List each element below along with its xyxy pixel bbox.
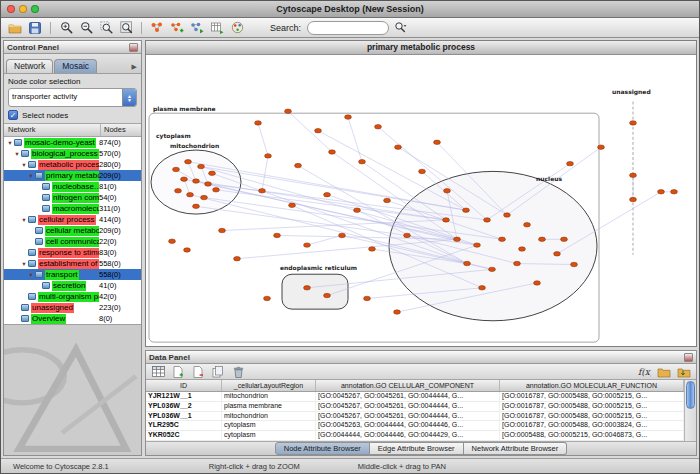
table-row[interactable]: YPL036W__2plasma membrane[GO:0045267, GO… [146,402,684,412]
zoom-selected-icon[interactable] [97,20,115,36]
tab-network-attribute-browser[interactable]: Network Attribute Browser [464,442,568,455]
graph-node[interactable] [187,192,194,196]
graph-node[interactable] [474,243,481,247]
trash-icon[interactable] [229,364,247,380]
tree-row[interactable]: ▼metabolic process280(0) [4,159,141,170]
graph-node[interactable] [184,248,191,252]
graph-node[interactable] [201,195,208,199]
tab-mosaic[interactable]: Mosaic [54,59,97,73]
graph-node[interactable] [463,208,470,212]
graph-node[interactable] [554,252,561,256]
graph-node[interactable] [345,115,352,119]
graph-node[interactable] [499,237,506,241]
graph-node[interactable] [524,223,531,227]
search-settings-icon[interactable] [391,20,409,36]
graph-node[interactable] [479,286,486,290]
close-window-button[interactable] [7,5,15,13]
graph-node[interactable] [181,177,188,181]
graph-node[interactable] [173,167,180,171]
graph-node[interactable] [504,213,511,217]
graph-node[interactable] [539,237,546,241]
graph-node[interactable] [234,256,241,260]
tree-row[interactable]: secretion41(0) [4,280,141,291]
graph-node[interactable] [443,218,450,222]
tree-row[interactable]: nitrogen compo...54(0) [4,192,141,203]
graph-node[interactable] [205,182,212,186]
table-row[interactable]: YJR121W__1mitochondrion[GO:0045267, GO:0… [146,392,684,402]
tree-row[interactable]: ▼establishment of lo...558(0) [4,258,141,269]
overview-thumbnail[interactable] [4,324,141,455]
graph-node[interactable] [185,159,192,163]
control-panel-float-icon[interactable] [129,43,138,52]
column-header[interactable]: annotation.GO CELLULAR_COMPONENT [316,380,500,391]
graph-node[interactable] [484,218,491,222]
delete-attribute-icon[interactable] [189,364,207,380]
search-input[interactable] [307,21,389,35]
tree-row[interactable]: nucleobase...81(0) [4,181,141,192]
tree-row[interactable]: unassigned223(0) [4,302,141,313]
graph-node[interactable] [315,128,322,132]
tree-row[interactable]: cellular metabo...209(0) [4,225,141,236]
zoom-out-icon[interactable] [77,20,95,36]
graph-node[interactable] [514,261,521,265]
graph-node[interactable] [534,281,541,285]
import-attributes-icon[interactable] [208,20,226,36]
zoom-in-icon[interactable] [57,20,75,36]
import-network-icon[interactable] [188,20,206,36]
function-builder-icon[interactable]: f(x) [635,364,653,380]
graph-node[interactable] [384,198,391,202]
tree-row[interactable]: response to stimul...83(0) [4,247,141,258]
graph-node[interactable] [329,150,336,154]
graph-node[interactable] [324,293,331,297]
graph-node[interactable] [264,296,271,300]
graph-node[interactable] [519,247,526,251]
tab-edge-attribute-browser[interactable]: Edge Attribute Browser [370,442,464,455]
tab-scroll-right-icon[interactable]: ▶ [130,63,139,73]
graph-node[interactable] [169,239,176,243]
network-graph[interactable]: plasma membranecytoplasmmitochondrionnuc… [146,55,696,346]
tree-row[interactable]: ▼biological_process570(0) [4,148,141,159]
import-attribute-file-icon[interactable] [675,364,693,380]
graph-node[interactable] [295,163,302,167]
table-row[interactable]: YPL036W__1mitochondrion[GO:0045267, GO:0… [146,412,684,422]
graph-node[interactable] [274,233,281,237]
graph-node[interactable] [209,171,216,175]
graph-node[interactable] [630,173,637,177]
tree-row[interactable]: multi-organism pro...42(0) [4,291,141,302]
graph-node[interactable] [598,145,605,149]
select-nodes-checkbox[interactable]: ✓ [8,110,18,120]
edit-attribute-icon[interactable] [209,364,227,380]
table-scrollbar[interactable] [684,380,696,441]
graph-node[interactable] [213,188,220,192]
graph-node[interactable] [489,267,496,271]
table-row[interactable]: YLR295Ccytoplasm[GO:0045263, GO:0044444,… [146,421,684,431]
graph-node[interactable] [304,286,311,290]
column-header[interactable]: annotation.GO MOLECULAR_FUNCTION [500,380,684,391]
tree-row[interactable]: ▼mosaic-demo-yeast874(0) [4,137,141,148]
save-session-icon[interactable] [26,20,44,36]
tree-row[interactable]: ▼cellular process414(0) [4,214,141,225]
zoom-fit-icon[interactable] [117,20,135,36]
graph-node[interactable] [464,261,471,265]
tree-row[interactable]: cell communica...22(0) [4,236,141,247]
expand-arrow-icon[interactable]: ▼ [27,272,35,278]
table-row[interactable]: YKR052Ccytoplasm[GO:0044444, GO:0044446,… [146,431,684,441]
window-titlebar[interactable]: Cytoscape Desktop (New Session) [1,1,699,18]
expand-arrow-icon[interactable]: ▼ [20,261,28,267]
graph-node[interactable] [375,125,382,129]
graph-node[interactable] [255,121,262,125]
graph-node[interactable] [259,189,266,193]
graph-node[interactable] [571,262,578,266]
graph-node[interactable] [395,145,402,149]
column-header[interactable]: _cellularLayoutRegion [222,380,316,391]
tree-row[interactable]: ▼primary metabo...209(0) [4,170,141,181]
network-canvas[interactable]: plasma membranecytoplasmmitochondrionnuc… [146,55,696,346]
expand-arrow-icon[interactable]: ▼ [20,162,28,168]
graph-node[interactable] [198,164,205,168]
column-header[interactable]: ID [146,380,222,391]
graph-node[interactable] [175,189,182,193]
graph-node[interactable] [419,169,426,173]
tab-network[interactable]: Network [6,59,53,73]
graph-node[interactable] [561,237,568,241]
tab-node-attribute-browser[interactable]: Node Attribute Browser [275,442,370,455]
